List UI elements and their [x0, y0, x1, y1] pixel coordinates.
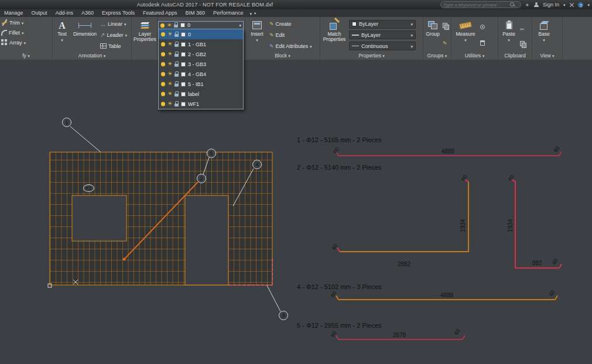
- array-caret-icon[interactable]: [24, 40, 26, 46]
- trim-button[interactable]: Trim: [1, 18, 51, 28]
- layer-lock-icon[interactable]: [174, 84, 179, 87]
- view-panel-footer[interactable]: View: [532, 52, 562, 60]
- layer-thaw-icon[interactable]: [167, 71, 172, 77]
- paste-button[interactable]: Paste: [500, 18, 518, 52]
- leader-button[interactable]: Leader: [100, 30, 127, 40]
- layer-row-wf1[interactable]: WF1: [159, 99, 243, 109]
- layer-on-icon[interactable]: [161, 52, 165, 56]
- utilities-panel-footer[interactable]: Utilities: [451, 52, 498, 60]
- id-point-icon[interactable]: [480, 25, 485, 29]
- linetype-select[interactable]: Continuous: [349, 42, 416, 50]
- trim-caret-icon[interactable]: [22, 20, 24, 26]
- block-panel-footer[interactable]: Block: [245, 52, 320, 60]
- layer-thaw-icon[interactable]: [167, 101, 172, 107]
- help-caret-icon[interactable]: [587, 2, 590, 8]
- annotation-panel-footer[interactable]: Annotation: [53, 52, 131, 60]
- layer-lock-icon[interactable]: [174, 44, 179, 47]
- layer-on-icon[interactable]: [161, 102, 165, 106]
- base-caret-icon[interactable]: [543, 37, 545, 43]
- tab-express-tools[interactable]: Express Tools: [98, 9, 139, 17]
- layer-color-swatch[interactable]: [181, 42, 186, 47]
- tab-a360[interactable]: A360: [77, 9, 98, 17]
- object-color-caret-icon[interactable]: [410, 21, 413, 27]
- layer-thaw-icon[interactable]: [167, 51, 172, 57]
- lineweight-select[interactable]: ByLayer: [349, 30, 416, 39]
- insert-button[interactable]: Insert: [247, 18, 267, 52]
- tab-performance[interactable]: Performance: [209, 9, 248, 17]
- sign-in-caret-icon[interactable]: [563, 2, 566, 8]
- match-properties-button[interactable]: Match Properties: [322, 18, 347, 52]
- tab-output[interactable]: Output: [28, 9, 52, 17]
- layer-lock-icon[interactable]: [174, 94, 179, 97]
- fillet-caret-icon[interactable]: [22, 30, 24, 36]
- help-search-box[interactable]: [440, 1, 521, 8]
- layer-row-gb2[interactable]: 2 - GB2: [159, 49, 243, 59]
- edit-attributes-caret-icon[interactable]: [310, 43, 312, 49]
- leader-caret-icon[interactable]: [125, 32, 127, 38]
- layer-on-icon[interactable]: [161, 42, 165, 46]
- text-caret-icon[interactable]: [61, 37, 63, 43]
- layer-row-label[interactable]: label: [159, 89, 243, 99]
- layer-lock-icon[interactable]: [174, 25, 178, 28]
- model-space-canvas[interactable]: 1 5 2 4 K1 3 1 - Φ12 - 5165 mm - 2 Piece…: [0, 60, 592, 364]
- layer-lock-icon[interactable]: [174, 104, 179, 107]
- base-button[interactable]: Base: [534, 18, 554, 52]
- layer-thaw-icon[interactable]: [167, 42, 172, 47]
- copy-icon[interactable]: [520, 41, 526, 47]
- close-icon[interactable]: [569, 2, 574, 7]
- tab-bim360[interactable]: BIM 360: [182, 9, 210, 17]
- layer-color-swatch[interactable]: [181, 52, 186, 57]
- layer-thaw-icon[interactable]: [167, 61, 172, 67]
- quick-calc-icon[interactable]: [480, 40, 485, 46]
- fillet-button[interactable]: Fillet: [1, 28, 51, 37]
- paste-caret-icon[interactable]: [508, 37, 510, 43]
- tab-manage[interactable]: Manage: [0, 9, 28, 17]
- dimension-button[interactable]: Dimension: [72, 18, 98, 52]
- layer-color-swatch[interactable]: [181, 82, 186, 87]
- sign-in-label[interactable]: Sign In: [543, 2, 559, 8]
- tab-featured-apps[interactable]: Featured Apps: [139, 9, 182, 17]
- layer-on-icon[interactable]: [161, 92, 165, 96]
- layer-color-swatch[interactable]: [181, 72, 186, 77]
- layer-lock-icon[interactable]: [174, 54, 179, 57]
- layer-row-0[interactable]: 0: [159, 29, 243, 39]
- favorites-icon[interactable]: [525, 2, 529, 8]
- tab-add-ins[interactable]: Add-ins: [52, 9, 78, 17]
- ribbon-pin-icon[interactable]: [254, 11, 256, 16]
- cut-icon[interactable]: [520, 23, 526, 33]
- layer-on-icon[interactable]: [161, 82, 165, 86]
- layer-on-icon[interactable]: [161, 62, 165, 66]
- layer-row-gb4[interactable]: 4 - GB4: [159, 69, 243, 79]
- properties-panel-footer[interactable]: Properties: [320, 52, 423, 60]
- table-button[interactable]: Table: [100, 41, 127, 51]
- layer-on-icon[interactable]: [161, 32, 165, 36]
- layer-on-icon[interactable]: [160, 23, 165, 28]
- array-button[interactable]: Array: [1, 37, 51, 47]
- layer-lock-icon[interactable]: [174, 74, 179, 77]
- layer-select-combo[interactable]: 0: [158, 21, 244, 29]
- layer-combo-caret-icon[interactable]: [239, 22, 241, 28]
- help-icon[interactable]: [578, 2, 583, 8]
- search-input[interactable]: [443, 2, 510, 8]
- layer-row-ib1[interactable]: 5 - IB1: [159, 79, 243, 89]
- layer-color-swatch[interactable]: [181, 62, 186, 67]
- insert-caret-icon[interactable]: [256, 37, 258, 43]
- layer-properties-button[interactable]: Layer Properties: [134, 18, 156, 52]
- linear-button[interactable]: Linear: [100, 19, 127, 29]
- text-button[interactable]: A Text: [54, 18, 70, 52]
- layer-thaw-icon[interactable]: [167, 91, 172, 97]
- layer-lock-icon[interactable]: [174, 64, 179, 67]
- linetype-caret-icon[interactable]: [410, 43, 413, 49]
- layer-color-swatch[interactable]: [180, 23, 185, 28]
- modify-panel-footer[interactable]: fy: [0, 52, 52, 60]
- edit-block-button[interactable]: Edit: [269, 30, 312, 40]
- layer-thaw-icon[interactable]: [167, 32, 172, 37]
- layer-color-swatch[interactable]: [181, 32, 186, 37]
- ribbon-options-caret-icon[interactable]: [250, 11, 252, 16]
- layer-on-icon[interactable]: [161, 72, 165, 76]
- edit-attributes-button[interactable]: Edit Attributes: [269, 41, 312, 51]
- layer-row-gb1[interactable]: 1 - GB1: [159, 39, 243, 49]
- layer-color-swatch[interactable]: [181, 92, 186, 97]
- lineweight-caret-icon[interactable]: [410, 32, 413, 38]
- layer-color-swatch[interactable]: [181, 102, 186, 107]
